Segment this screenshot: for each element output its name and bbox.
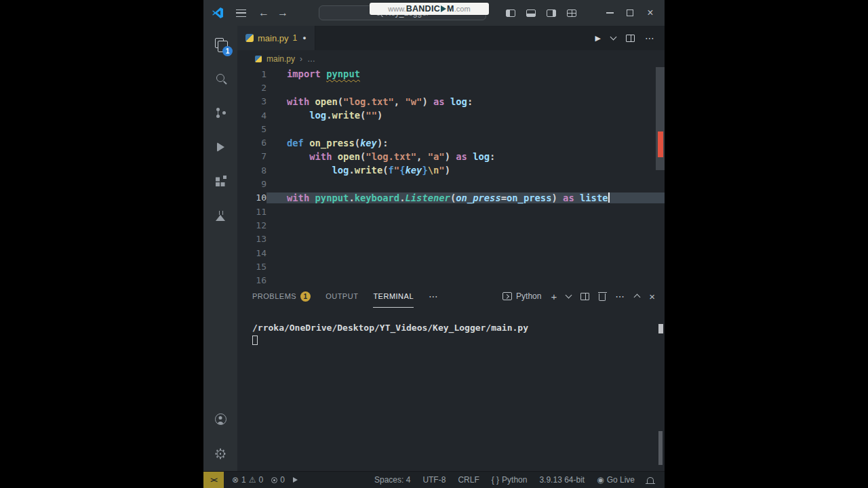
eol-status[interactable]: CRLF — [458, 475, 479, 485]
split-terminal-icon[interactable] — [580, 293, 589, 300]
shell-label[interactable]: Python — [516, 291, 541, 301]
run-file-button[interactable]: ▶ — [595, 34, 601, 43]
code-line[interactable]: 8 log.write(f"{key}\n") — [237, 163, 665, 177]
language-status[interactable]: { } Python — [492, 475, 528, 485]
code-line[interactable]: 2 — [237, 81, 665, 94]
code-token: ) — [551, 192, 563, 203]
indent-status[interactable]: Spaces: 4 — [374, 475, 410, 485]
line-number[interactable]: 5 — [237, 124, 267, 134]
line-number[interactable]: 7 — [237, 151, 267, 161]
run-status-button[interactable] — [293, 477, 298, 483]
terminal-content[interactable]: /rroka/OneDrive/Desktop/YT_Videos/Key_Lo… — [237, 308, 665, 471]
maximize-button[interactable] — [620, 0, 640, 26]
tab-terminal[interactable]: TERMINAL — [373, 285, 414, 308]
more-actions-icon[interactable]: ⋯ — [645, 33, 655, 43]
code-line[interactable]: 15 — [237, 260, 665, 273]
modified-dot-icon[interactable]: ● — [302, 35, 306, 41]
sidebar-item-run-debug[interactable] — [203, 129, 237, 164]
sidebar-item-search[interactable] — [203, 60, 237, 95]
tab-label: main.py — [258, 33, 289, 43]
interpreter-status[interactable]: 3.9.13 64-bit — [539, 475, 585, 485]
code-line[interactable]: 3with open("log.txt", "w") as log: — [237, 95, 665, 108]
close-window-button[interactable]: × — [640, 0, 660, 26]
menu-icon[interactable] — [236, 9, 246, 17]
line-number[interactable]: 8 — [237, 165, 267, 176]
terminal-scrollbar[interactable] — [658, 431, 663, 465]
desktop-background: ← → Key_Logger × — [0, 0, 868, 488]
code-line[interactable]: 1import pynput — [237, 67, 665, 81]
toggle-panel-button[interactable] — [521, 0, 541, 26]
code-line[interactable]: 5 — [237, 122, 665, 136]
line-number[interactable]: 13 — [237, 234, 267, 244]
code-line[interactable]: 9 — [237, 177, 665, 190]
tab-problems[interactable]: PROBLEMS 1 — [252, 285, 311, 308]
code-line[interactable]: 14 — [237, 246, 665, 260]
code-token: log — [332, 165, 349, 176]
maximize-panel-icon[interactable] — [634, 294, 641, 301]
terminal-dropdown-icon[interactable] — [566, 292, 572, 299]
line-number[interactable]: 10 — [237, 192, 267, 203]
line-number[interactable]: 2 — [237, 83, 267, 93]
sidebar-item-source-control[interactable] — [203, 95, 237, 129]
sidebar-item-extensions[interactable] — [203, 164, 237, 199]
sidebar-item-testing[interactable] — [203, 199, 237, 233]
problems-status[interactable]: ⊗ 1 ⚠ 0 — [232, 475, 263, 485]
explorer-icon — [215, 38, 224, 48]
forward-icon[interactable]: → — [277, 7, 288, 18]
settings-button[interactable] — [203, 436, 237, 471]
tab-output[interactable]: OUTPUT — [326, 285, 358, 308]
line-number[interactable]: 9 — [237, 179, 267, 189]
breadcrumb: main.py › … — [237, 50, 665, 67]
sidebar-item-explorer[interactable]: 1 — [203, 26, 237, 60]
breadcrumb-file[interactable]: main.py — [267, 54, 295, 64]
code-text: import pynput — [267, 68, 665, 79]
encoding-status[interactable]: UTF-8 — [422, 475, 446, 485]
code-token: } — [422, 165, 427, 176]
line-number[interactable]: 1 — [237, 69, 267, 79]
line-number[interactable]: 11 — [237, 207, 267, 217]
code-line[interactable]: 13 — [237, 232, 665, 246]
run-dropdown-icon[interactable] — [610, 34, 617, 41]
line-number[interactable]: 4 — [237, 110, 267, 121]
ports-status[interactable]: 0 — [271, 475, 285, 485]
tab-main-py[interactable]: main.py 1 ● — [237, 26, 315, 50]
line-number[interactable]: 15 — [237, 262, 267, 272]
remote-indicator[interactable]: >< — [203, 472, 224, 488]
line-number[interactable]: 6 — [237, 138, 267, 148]
split-editor-icon[interactable] — [626, 35, 635, 42]
terminal-scrollbar-top[interactable] — [658, 324, 663, 333]
line-number[interactable]: 3 — [237, 96, 267, 106]
code-token: "w" — [405, 96, 422, 107]
new-terminal-button[interactable]: + — [551, 291, 557, 302]
account-button[interactable] — [203, 402, 237, 436]
line-number[interactable]: 14 — [237, 248, 267, 258]
close-panel-icon[interactable]: × — [649, 291, 655, 302]
code-text: with pynput.keyboard.Listener(on_press=o… — [267, 192, 665, 203]
vscode-window: ← → Key_Logger × — [203, 0, 665, 488]
code-token: ( — [382, 165, 388, 176]
code-line[interactable]: 10with pynput.keyboard.Listener(on_press… — [237, 191, 665, 205]
code-line[interactable]: 6def on_press(key): — [237, 136, 665, 149]
code-editor[interactable]: 1import pynput23with open("log.txt", "w"… — [237, 67, 665, 285]
panel-more-tabs-icon[interactable]: ⋯ — [429, 291, 439, 302]
toggle-sidebar-button[interactable] — [500, 0, 521, 26]
line-number[interactable]: 16 — [237, 275, 267, 285]
breadcrumb-more[interactable]: … — [307, 54, 315, 64]
toggle-secondary-sidebar-button[interactable] — [541, 0, 561, 26]
code-line[interactable]: 12 — [237, 218, 665, 232]
minimize-button[interactable] — [599, 0, 620, 26]
code-line[interactable]: 11 — [237, 205, 665, 218]
panel-more-actions-icon[interactable]: ⋯ — [615, 291, 625, 302]
code-token: , — [394, 96, 406, 107]
kill-terminal-icon[interactable] — [599, 293, 606, 301]
code-line[interactable]: 4 log.write("") — [237, 108, 665, 122]
terminal-shell-icon[interactable] — [502, 292, 512, 300]
back-icon[interactable]: ← — [258, 7, 269, 18]
customize-layout-button[interactable] — [561, 0, 582, 26]
code-line[interactable]: 16 — [237, 273, 665, 285]
line-number[interactable]: 12 — [237, 220, 267, 230]
code-token: " — [394, 165, 399, 176]
go-live-button[interactable]: ◉ Go Live — [597, 475, 635, 485]
notifications-bell-icon[interactable] — [647, 477, 654, 483]
code-line[interactable]: 7 with open("log.txt", "a") as log: — [237, 150, 665, 163]
